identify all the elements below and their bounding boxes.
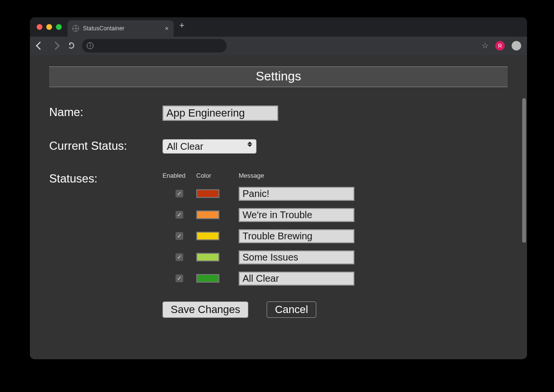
col-header-message: Message <box>239 172 364 179</box>
toolbar: i ☆ R <box>30 37 527 55</box>
status-message-input[interactable] <box>239 208 354 222</box>
browser-tab[interactable]: StatusContainer × <box>68 20 174 37</box>
close-tab-icon[interactable]: × <box>165 25 169 32</box>
chevron-updown-icon <box>246 142 253 147</box>
status-message-input[interactable] <box>239 187 354 201</box>
status-enabled-checkbox[interactable]: ✓ <box>176 232 183 240</box>
minimize-window-icon[interactable] <box>46 24 52 30</box>
save-button[interactable]: Save Changes <box>162 301 248 318</box>
status-color-swatch[interactable] <box>196 189 219 198</box>
status-color-swatch[interactable] <box>196 232 219 240</box>
new-tab-button[interactable]: + <box>179 21 185 31</box>
status-row: ✓ <box>162 183 508 204</box>
name-input[interactable] <box>162 105 278 121</box>
page-viewport: Settings Name: Current Status: All Clear… <box>30 55 527 359</box>
tab-title: StatusContainer <box>83 25 124 32</box>
current-status-select[interactable]: All Clear <box>162 139 257 154</box>
site-info-icon[interactable]: i <box>87 42 94 49</box>
maximize-window-icon[interactable] <box>56 24 62 30</box>
window-controls <box>37 24 62 30</box>
name-label: Name: <box>49 105 162 119</box>
address-bar[interactable]: i <box>82 39 227 52</box>
status-enabled-checkbox[interactable]: ✓ <box>176 190 183 197</box>
status-enabled-checkbox[interactable]: ✓ <box>176 211 183 219</box>
globe-icon <box>72 25 79 32</box>
status-message-input[interactable] <box>239 272 354 286</box>
status-color-swatch[interactable] <box>196 210 219 219</box>
col-header-enabled: Enabled <box>162 172 196 179</box>
status-enabled-checkbox[interactable]: ✓ <box>176 274 183 282</box>
statuses-label: Statuses: <box>49 172 162 185</box>
status-message-input[interactable] <box>239 250 354 264</box>
forward-button[interactable] <box>51 41 60 50</box>
current-status-value: All Clear <box>167 141 203 152</box>
tab-bar: StatusContainer × + <box>30 17 527 37</box>
status-color-swatch[interactable] <box>196 253 219 261</box>
back-button[interactable] <box>36 41 44 50</box>
profile-avatar[interactable]: R <box>495 41 505 51</box>
current-status-label: Current Status: <box>49 139 162 153</box>
reload-button[interactable] <box>67 41 75 50</box>
status-message-input[interactable] <box>239 229 354 243</box>
close-window-icon[interactable] <box>37 24 42 30</box>
page-title: Settings <box>49 66 508 87</box>
cancel-button[interactable]: Cancel <box>267 301 316 318</box>
status-row: ✓ <box>162 247 508 268</box>
status-row: ✓ <box>162 225 508 247</box>
browser-window: StatusContainer × + i ☆ R Settings Name:… <box>30 17 527 359</box>
status-color-swatch[interactable] <box>196 274 219 283</box>
bookmark-icon[interactable]: ☆ <box>482 41 488 50</box>
scrollbar-thumb[interactable] <box>522 98 526 243</box>
status-row: ✓ <box>162 268 508 289</box>
guest-avatar-icon[interactable] <box>512 41 521 51</box>
statuses-table: Enabled Color Message ✓✓✓✓✓ Save Changes… <box>162 172 508 318</box>
status-enabled-checkbox[interactable]: ✓ <box>176 253 183 261</box>
status-row: ✓ <box>162 204 508 225</box>
col-header-color: Color <box>196 172 239 179</box>
